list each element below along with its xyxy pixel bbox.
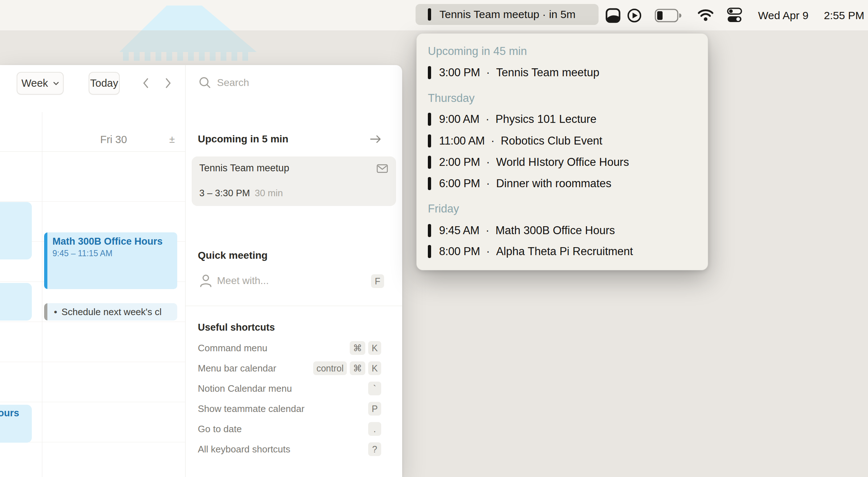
- event-time: 9:45 AM: [439, 224, 480, 237]
- event-bar-icon: [428, 245, 431, 258]
- event-bar-icon: [428, 224, 431, 237]
- menubar-clock[interactable]: 2:55 PM: [824, 9, 864, 22]
- swoosh-app-icon[interactable]: [605, 7, 621, 24]
- event-time: 3:00 PM: [439, 66, 480, 79]
- partial-event-block[interactable]: [0, 283, 32, 321]
- day-header: Fri 30: [42, 132, 185, 147]
- prev-week-button[interactable]: [140, 77, 152, 89]
- event-math-office-hours[interactable]: Math 300B Office Hours 9:45 – 11:15 AM: [44, 232, 177, 289]
- search-icon: [198, 76, 212, 90]
- shortcut-label: Command menu: [198, 342, 267, 354]
- next-week-button[interactable]: [162, 77, 174, 89]
- key-badge: K: [368, 341, 381, 355]
- event-title: Tennis Team meetup: [496, 66, 599, 79]
- grid-line: [0, 151, 185, 152]
- card-event-duration: 30 min: [255, 188, 283, 199]
- panel-event-row[interactable]: 11:00 AM · Robotics Club Event: [428, 132, 602, 150]
- today-button[interactable]: Today: [89, 72, 120, 95]
- event-time: 9:45 – 11:15 AM: [52, 249, 112, 258]
- key-badge: ?: [368, 442, 381, 456]
- event-time: 8:00 PM: [439, 245, 480, 258]
- grid-line: [0, 322, 185, 322]
- battery-icon[interactable]: [655, 9, 683, 22]
- event-color-bar: [44, 232, 47, 289]
- panel-section-header: Thursday: [428, 90, 475, 106]
- shortcut-keys: ?: [368, 442, 381, 456]
- envelope-icon: [376, 164, 388, 173]
- grid-line: [0, 402, 185, 402]
- event-bar-icon: [428, 8, 431, 21]
- event-title: Dinner with roommates: [496, 177, 612, 190]
- sidebar-divider: [185, 65, 186, 477]
- shortcuts-heading: Useful shortcuts: [198, 320, 275, 335]
- view-selector-label: Week: [21, 77, 48, 89]
- shortcut-label: Menu bar calendar: [198, 362, 276, 374]
- shortcut-keys: .: [368, 422, 381, 436]
- event-time: 9:00 AM: [439, 113, 480, 126]
- event-title: Robotics Club Event: [501, 134, 603, 147]
- panel-event-row[interactable]: 9:45 AM · Math 300B Office Hours: [428, 222, 615, 239]
- partial-event-block[interactable]: hours: [0, 405, 32, 443]
- key-badge: K: [368, 361, 381, 375]
- wifi-icon[interactable]: [697, 8, 714, 22]
- key-badge: `: [368, 382, 381, 395]
- panel-event-row[interactable]: 2:00 PM · World HIstory Office Hours: [428, 154, 629, 171]
- grid-line: [0, 362, 185, 362]
- shortcut-keys: control ⌘ K: [313, 361, 381, 375]
- task-color-bar: [44, 303, 47, 321]
- event-bar-icon: [428, 156, 431, 169]
- quick-meeting-heading: Quick meeting: [198, 248, 268, 263]
- upcoming-event-card[interactable]: Tennis Team meetup 3 – 3:30 PM 30 min: [192, 156, 396, 206]
- panel-event-row[interactable]: 6:00 PM · Dinner with roommates: [428, 175, 611, 192]
- shortcut-keys: `: [368, 382, 381, 395]
- menubar-date[interactable]: Wed Apr 9: [758, 9, 809, 22]
- task-bullet-icon: •: [54, 306, 57, 318]
- event-bar-icon: [428, 113, 431, 126]
- timezone-adjust-icon[interactable]: ±: [169, 132, 175, 147]
- event-title: Math 300B Office Hours: [52, 236, 163, 247]
- key-badge: ⌘: [350, 341, 365, 355]
- event-bar-icon: [428, 134, 431, 147]
- dot-separator: ·: [486, 245, 490, 258]
- shortcut-label: Notion Calendar menu: [198, 382, 292, 395]
- key-badge: control: [313, 361, 347, 375]
- panel-section-header: Friday: [428, 201, 459, 217]
- event-title: Physics 101 Lecture: [495, 113, 596, 126]
- card-event-title: Tennis Team meetup: [199, 163, 289, 174]
- menubar-calendar-status-item[interactable]: Tennis Team meetup · in 5m: [416, 4, 599, 25]
- event-title: World HIstory Office Hours: [496, 156, 629, 169]
- person-icon: [199, 274, 213, 288]
- shortcut-keys: P: [368, 402, 381, 416]
- event-time: 6:00 PM: [439, 177, 480, 190]
- event-time: 11:00 AM: [439, 134, 485, 147]
- shortcut-keys: ⌘ K: [350, 341, 381, 355]
- dot-separator: ·: [486, 113, 489, 126]
- panel-event-row[interactable]: 8:00 PM · Alpha Theta Pi Recruitment: [428, 243, 633, 260]
- event-title: Alpha Theta Pi Recruitment: [496, 245, 633, 258]
- shortcut-label: Show teammate calendar: [198, 403, 305, 415]
- key-badge: .: [368, 422, 381, 436]
- now-playing-icon[interactable]: [627, 8, 642, 23]
- search-input[interactable]: [217, 74, 354, 91]
- panel-event-row[interactable]: 9:00 AM · Physics 101 Lecture: [428, 111, 596, 128]
- dot-separator: ·: [486, 224, 489, 237]
- grid-line: [0, 201, 185, 202]
- wallpaper-fringe: [123, 51, 253, 61]
- partial-event-block[interactable]: [0, 202, 32, 259]
- task-title: Schedule next week's cl: [61, 306, 162, 318]
- event-title: Math 300B Office Hours: [495, 224, 615, 237]
- panel-event-row[interactable]: 3:00 PM · Tennis Team meetup: [428, 64, 599, 81]
- control-center-icon[interactable]: [726, 8, 743, 23]
- panel-section-header: Upcoming in 45 min: [428, 43, 527, 59]
- key-badge: P: [368, 402, 381, 416]
- view-selector-dropdown[interactable]: Week: [17, 72, 64, 95]
- task-schedule-classes[interactable]: • Schedule next week's cl: [44, 303, 177, 321]
- arrow-right-icon[interactable]: [369, 133, 383, 145]
- section-divider: [185, 306, 402, 306]
- key-badge: ⌘: [350, 361, 365, 375]
- event-bar-icon: [428, 177, 431, 190]
- partial-event-label: hours: [0, 408, 19, 419]
- status-item-label: Tennis Team meetup · in 5m: [439, 4, 575, 25]
- quick-meeting-key-hint: F: [371, 274, 384, 288]
- meet-with-input[interactable]: [217, 272, 354, 289]
